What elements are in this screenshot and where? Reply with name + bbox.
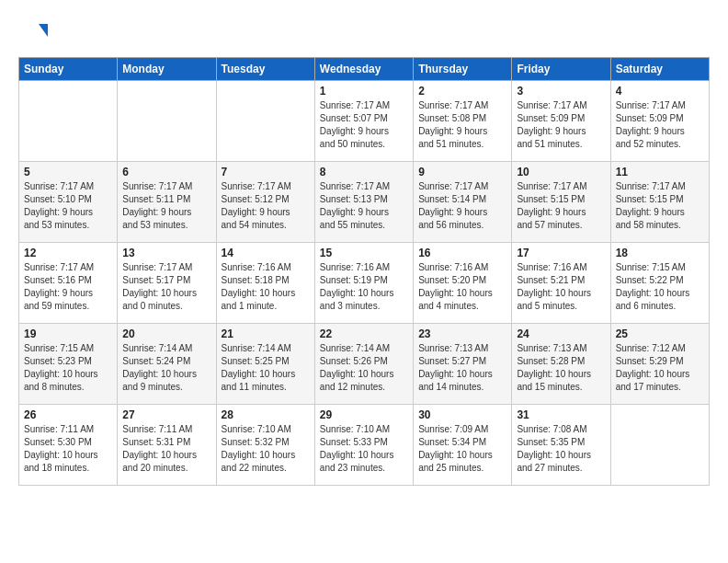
calendar-cell: 13Sunrise: 7:17 AM Sunset: 5:17 PM Dayli… <box>118 243 216 324</box>
day-number: 2 <box>418 85 506 98</box>
calendar-cell: 31Sunrise: 7:08 AM Sunset: 5:35 PM Dayli… <box>512 405 610 486</box>
day-number: 27 <box>122 408 210 421</box>
day-info: Sunrise: 7:17 AM Sunset: 5:08 PM Dayligh… <box>418 99 506 151</box>
calendar-cell: 15Sunrise: 7:16 AM Sunset: 5:19 PM Dayli… <box>314 243 413 324</box>
calendar-cell: 28Sunrise: 7:10 AM Sunset: 5:32 PM Dayli… <box>216 405 314 486</box>
day-info: Sunrise: 7:09 AM Sunset: 5:34 PM Dayligh… <box>418 423 506 475</box>
day-info: Sunrise: 7:16 AM Sunset: 5:20 PM Dayligh… <box>418 261 506 313</box>
day-info: Sunrise: 7:17 AM Sunset: 5:12 PM Dayligh… <box>222 180 310 232</box>
calendar-cell: 11Sunrise: 7:17 AM Sunset: 5:15 PM Dayli… <box>610 162 709 243</box>
day-info: Sunrise: 7:14 AM Sunset: 5:25 PM Dayligh… <box>222 342 310 394</box>
day-info: Sunrise: 7:17 AM Sunset: 5:17 PM Dayligh… <box>122 261 210 313</box>
day-number: 16 <box>418 247 506 259</box>
day-number: 30 <box>418 408 506 421</box>
day-number: 13 <box>122 247 210 259</box>
day-info: Sunrise: 7:10 AM Sunset: 5:33 PM Dayligh… <box>320 423 408 475</box>
day-number: 19 <box>24 327 112 340</box>
calendar-cell <box>19 81 118 162</box>
day-number: 7 <box>222 166 310 178</box>
day-number: 14 <box>222 247 310 259</box>
day-info: Sunrise: 7:15 AM Sunset: 5:22 PM Dayligh… <box>616 261 704 313</box>
day-info: Sunrise: 7:13 AM Sunset: 5:28 PM Dayligh… <box>517 342 605 394</box>
calendar-week-4: 19Sunrise: 7:15 AM Sunset: 5:23 PM Dayli… <box>19 324 710 405</box>
calendar-cell: 29Sunrise: 7:10 AM Sunset: 5:33 PM Dayli… <box>314 405 413 486</box>
calendar-cell: 22Sunrise: 7:14 AM Sunset: 5:26 PM Dayli… <box>314 324 413 405</box>
svg-rect-1 <box>18 18 39 48</box>
day-info: Sunrise: 7:16 AM Sunset: 5:19 PM Dayligh… <box>320 261 408 313</box>
day-number: 5 <box>24 166 112 178</box>
calendar-cell: 21Sunrise: 7:14 AM Sunset: 5:25 PM Dayli… <box>216 324 314 405</box>
weekday-header-sunday: Sunday <box>19 58 118 81</box>
day-info: Sunrise: 7:12 AM Sunset: 5:29 PM Dayligh… <box>616 342 704 394</box>
day-info: Sunrise: 7:11 AM Sunset: 5:30 PM Dayligh… <box>24 423 112 475</box>
logo <box>18 20 50 52</box>
weekday-header-tuesday: Tuesday <box>216 58 314 81</box>
day-number: 8 <box>320 166 408 178</box>
day-number: 6 <box>122 166 210 178</box>
day-info: Sunrise: 7:14 AM Sunset: 5:24 PM Dayligh… <box>122 342 210 394</box>
day-number: 29 <box>320 408 408 421</box>
calendar-week-2: 5Sunrise: 7:17 AM Sunset: 5:10 PM Daylig… <box>19 162 710 243</box>
day-number: 15 <box>320 247 408 259</box>
weekday-header-row: SundayMondayTuesdayWednesdayThursdayFrid… <box>19 58 710 81</box>
day-info: Sunrise: 7:17 AM Sunset: 5:11 PM Dayligh… <box>122 180 210 232</box>
calendar-cell: 19Sunrise: 7:15 AM Sunset: 5:23 PM Dayli… <box>19 324 118 405</box>
day-number: 21 <box>222 327 310 340</box>
day-number: 31 <box>517 408 605 421</box>
day-number: 10 <box>517 166 605 178</box>
calendar-cell: 4Sunrise: 7:17 AM Sunset: 5:09 PM Daylig… <box>610 81 709 162</box>
page-container: SundayMondayTuesdayWednesdayThursdayFrid… <box>0 0 728 495</box>
day-number: 17 <box>517 247 605 259</box>
day-info: Sunrise: 7:15 AM Sunset: 5:23 PM Dayligh… <box>24 342 112 394</box>
day-number: 11 <box>616 166 704 178</box>
calendar-cell <box>216 81 314 162</box>
calendar-cell: 8Sunrise: 7:17 AM Sunset: 5:13 PM Daylig… <box>314 162 413 243</box>
day-info: Sunrise: 7:10 AM Sunset: 5:32 PM Dayligh… <box>222 423 310 475</box>
day-info: Sunrise: 7:17 AM Sunset: 5:15 PM Dayligh… <box>616 180 704 232</box>
day-number: 28 <box>222 408 310 421</box>
day-info: Sunrise: 7:17 AM Sunset: 5:09 PM Dayligh… <box>616 99 704 151</box>
day-info: Sunrise: 7:16 AM Sunset: 5:21 PM Dayligh… <box>517 261 605 313</box>
day-info: Sunrise: 7:11 AM Sunset: 5:31 PM Dayligh… <box>122 423 210 475</box>
calendar-cell: 26Sunrise: 7:11 AM Sunset: 5:30 PM Dayli… <box>19 405 118 486</box>
day-info: Sunrise: 7:17 AM Sunset: 5:07 PM Dayligh… <box>320 99 408 151</box>
calendar-cell: 9Sunrise: 7:17 AM Sunset: 5:14 PM Daylig… <box>414 162 512 243</box>
day-number: 18 <box>616 247 704 259</box>
calendar-cell <box>118 81 216 162</box>
calendar-cell: 27Sunrise: 7:11 AM Sunset: 5:31 PM Dayli… <box>118 405 216 486</box>
calendar-cell: 18Sunrise: 7:15 AM Sunset: 5:22 PM Dayli… <box>610 243 709 324</box>
day-number: 23 <box>418 327 506 340</box>
calendar-cell: 10Sunrise: 7:17 AM Sunset: 5:15 PM Dayli… <box>512 162 610 243</box>
calendar-cell: 6Sunrise: 7:17 AM Sunset: 5:11 PM Daylig… <box>118 162 216 243</box>
calendar-cell: 16Sunrise: 7:16 AM Sunset: 5:20 PM Dayli… <box>414 243 512 324</box>
calendar-cell: 3Sunrise: 7:17 AM Sunset: 5:09 PM Daylig… <box>512 81 610 162</box>
day-number: 9 <box>418 166 506 178</box>
day-info: Sunrise: 7:08 AM Sunset: 5:35 PM Dayligh… <box>517 423 605 475</box>
calendar-cell: 5Sunrise: 7:17 AM Sunset: 5:10 PM Daylig… <box>19 162 118 243</box>
weekday-header-thursday: Thursday <box>414 58 512 81</box>
day-info: Sunrise: 7:14 AM Sunset: 5:26 PM Dayligh… <box>320 342 408 394</box>
calendar-cell: 23Sunrise: 7:13 AM Sunset: 5:27 PM Dayli… <box>414 324 512 405</box>
calendar-week-1: 1Sunrise: 7:17 AM Sunset: 5:07 PM Daylig… <box>19 81 710 162</box>
calendar-cell: 7Sunrise: 7:17 AM Sunset: 5:12 PM Daylig… <box>216 162 314 243</box>
day-info: Sunrise: 7:17 AM Sunset: 5:15 PM Dayligh… <box>517 180 605 232</box>
weekday-header-monday: Monday <box>118 58 216 81</box>
calendar-week-3: 12Sunrise: 7:17 AM Sunset: 5:16 PM Dayli… <box>19 243 710 324</box>
calendar-cell: 24Sunrise: 7:13 AM Sunset: 5:28 PM Dayli… <box>512 324 610 405</box>
calendar-cell: 20Sunrise: 7:14 AM Sunset: 5:24 PM Dayli… <box>118 324 216 405</box>
day-info: Sunrise: 7:13 AM Sunset: 5:27 PM Dayligh… <box>418 342 506 394</box>
day-info: Sunrise: 7:16 AM Sunset: 5:18 PM Dayligh… <box>222 261 310 313</box>
day-info: Sunrise: 7:17 AM Sunset: 5:13 PM Dayligh… <box>320 180 408 232</box>
day-number: 1 <box>320 85 408 98</box>
day-number: 24 <box>517 327 605 340</box>
day-number: 3 <box>517 85 605 98</box>
day-info: Sunrise: 7:17 AM Sunset: 5:10 PM Dayligh… <box>24 180 112 232</box>
day-number: 4 <box>616 85 704 98</box>
day-info: Sunrise: 7:17 AM Sunset: 5:16 PM Dayligh… <box>24 261 112 313</box>
calendar-cell <box>610 405 709 486</box>
calendar-cell: 17Sunrise: 7:16 AM Sunset: 5:21 PM Dayli… <box>512 243 610 324</box>
weekday-header-friday: Friday <box>512 58 610 81</box>
day-number: 25 <box>616 327 704 340</box>
day-number: 20 <box>122 327 210 340</box>
svg-marker-0 <box>39 24 48 37</box>
